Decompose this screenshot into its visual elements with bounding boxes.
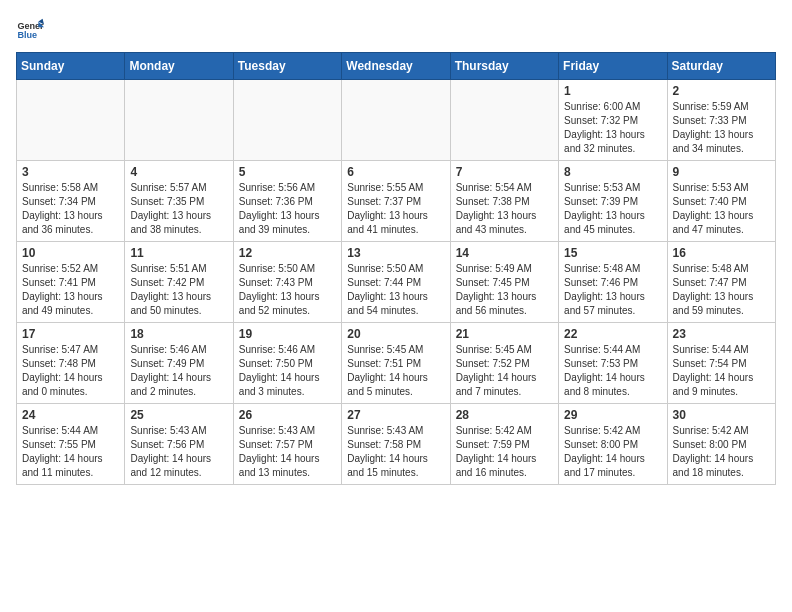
day-number: 27 (347, 408, 444, 422)
calendar-cell (450, 80, 558, 161)
calendar-cell: 29Sunrise: 5:42 AMSunset: 8:00 PMDayligh… (559, 404, 667, 485)
day-info: Sunrise: 5:50 AMSunset: 7:43 PMDaylight:… (239, 262, 336, 318)
calendar-cell: 2Sunrise: 5:59 AMSunset: 7:33 PMDaylight… (667, 80, 775, 161)
day-info: Sunrise: 5:53 AMSunset: 7:40 PMDaylight:… (673, 181, 770, 237)
logo: General Blue (16, 16, 48, 44)
calendar-cell: 14Sunrise: 5:49 AMSunset: 7:45 PMDayligh… (450, 242, 558, 323)
day-number: 14 (456, 246, 553, 260)
weekday-header-tuesday: Tuesday (233, 53, 341, 80)
calendar-cell: 20Sunrise: 5:45 AMSunset: 7:51 PMDayligh… (342, 323, 450, 404)
day-info: Sunrise: 5:52 AMSunset: 7:41 PMDaylight:… (22, 262, 119, 318)
day-number: 29 (564, 408, 661, 422)
day-number: 15 (564, 246, 661, 260)
day-info: Sunrise: 5:49 AMSunset: 7:45 PMDaylight:… (456, 262, 553, 318)
day-number: 9 (673, 165, 770, 179)
weekday-header-thursday: Thursday (450, 53, 558, 80)
calendar-cell: 11Sunrise: 5:51 AMSunset: 7:42 PMDayligh… (125, 242, 233, 323)
day-number: 25 (130, 408, 227, 422)
calendar-cell: 6Sunrise: 5:55 AMSunset: 7:37 PMDaylight… (342, 161, 450, 242)
day-number: 6 (347, 165, 444, 179)
day-number: 19 (239, 327, 336, 341)
day-info: Sunrise: 5:44 AMSunset: 7:55 PMDaylight:… (22, 424, 119, 480)
day-info: Sunrise: 6:00 AMSunset: 7:32 PMDaylight:… (564, 100, 661, 156)
calendar-cell (233, 80, 341, 161)
calendar-cell: 22Sunrise: 5:44 AMSunset: 7:53 PMDayligh… (559, 323, 667, 404)
calendar-week-4: 17Sunrise: 5:47 AMSunset: 7:48 PMDayligh… (17, 323, 776, 404)
logo-icon: General Blue (16, 16, 44, 44)
day-info: Sunrise: 5:42 AMSunset: 8:00 PMDaylight:… (673, 424, 770, 480)
day-info: Sunrise: 5:44 AMSunset: 7:53 PMDaylight:… (564, 343, 661, 399)
calendar-week-2: 3Sunrise: 5:58 AMSunset: 7:34 PMDaylight… (17, 161, 776, 242)
day-info: Sunrise: 5:53 AMSunset: 7:39 PMDaylight:… (564, 181, 661, 237)
calendar-cell: 12Sunrise: 5:50 AMSunset: 7:43 PMDayligh… (233, 242, 341, 323)
calendar-cell: 5Sunrise: 5:56 AMSunset: 7:36 PMDaylight… (233, 161, 341, 242)
calendar-cell (17, 80, 125, 161)
day-number: 16 (673, 246, 770, 260)
day-info: Sunrise: 5:57 AMSunset: 7:35 PMDaylight:… (130, 181, 227, 237)
calendar-cell: 3Sunrise: 5:58 AMSunset: 7:34 PMDaylight… (17, 161, 125, 242)
day-info: Sunrise: 5:59 AMSunset: 7:33 PMDaylight:… (673, 100, 770, 156)
calendar-cell: 15Sunrise: 5:48 AMSunset: 7:46 PMDayligh… (559, 242, 667, 323)
day-number: 18 (130, 327, 227, 341)
day-info: Sunrise: 5:45 AMSunset: 7:51 PMDaylight:… (347, 343, 444, 399)
day-info: Sunrise: 5:56 AMSunset: 7:36 PMDaylight:… (239, 181, 336, 237)
day-number: 24 (22, 408, 119, 422)
calendar-header-row: SundayMondayTuesdayWednesdayThursdayFrid… (17, 53, 776, 80)
day-info: Sunrise: 5:46 AMSunset: 7:49 PMDaylight:… (130, 343, 227, 399)
day-info: Sunrise: 5:51 AMSunset: 7:42 PMDaylight:… (130, 262, 227, 318)
svg-text:Blue: Blue (17, 30, 37, 40)
weekday-header-monday: Monday (125, 53, 233, 80)
weekday-header-saturday: Saturday (667, 53, 775, 80)
day-info: Sunrise: 5:48 AMSunset: 7:47 PMDaylight:… (673, 262, 770, 318)
calendar-cell (125, 80, 233, 161)
day-info: Sunrise: 5:42 AMSunset: 7:59 PMDaylight:… (456, 424, 553, 480)
day-info: Sunrise: 5:48 AMSunset: 7:46 PMDaylight:… (564, 262, 661, 318)
day-number: 30 (673, 408, 770, 422)
day-number: 10 (22, 246, 119, 260)
day-number: 2 (673, 84, 770, 98)
weekday-header-friday: Friday (559, 53, 667, 80)
day-number: 3 (22, 165, 119, 179)
calendar-cell (342, 80, 450, 161)
day-info: Sunrise: 5:47 AMSunset: 7:48 PMDaylight:… (22, 343, 119, 399)
day-number: 5 (239, 165, 336, 179)
day-info: Sunrise: 5:46 AMSunset: 7:50 PMDaylight:… (239, 343, 336, 399)
calendar-cell: 9Sunrise: 5:53 AMSunset: 7:40 PMDaylight… (667, 161, 775, 242)
day-number: 28 (456, 408, 553, 422)
weekday-header-sunday: Sunday (17, 53, 125, 80)
day-number: 21 (456, 327, 553, 341)
day-number: 17 (22, 327, 119, 341)
weekday-header-wednesday: Wednesday (342, 53, 450, 80)
calendar-cell: 27Sunrise: 5:43 AMSunset: 7:58 PMDayligh… (342, 404, 450, 485)
calendar-cell: 30Sunrise: 5:42 AMSunset: 8:00 PMDayligh… (667, 404, 775, 485)
day-number: 11 (130, 246, 227, 260)
day-number: 26 (239, 408, 336, 422)
day-number: 23 (673, 327, 770, 341)
day-number: 13 (347, 246, 444, 260)
day-info: Sunrise: 5:42 AMSunset: 8:00 PMDaylight:… (564, 424, 661, 480)
day-info: Sunrise: 5:54 AMSunset: 7:38 PMDaylight:… (456, 181, 553, 237)
calendar-cell: 26Sunrise: 5:43 AMSunset: 7:57 PMDayligh… (233, 404, 341, 485)
day-info: Sunrise: 5:44 AMSunset: 7:54 PMDaylight:… (673, 343, 770, 399)
calendar-cell: 7Sunrise: 5:54 AMSunset: 7:38 PMDaylight… (450, 161, 558, 242)
calendar-cell: 13Sunrise: 5:50 AMSunset: 7:44 PMDayligh… (342, 242, 450, 323)
calendar-cell: 1Sunrise: 6:00 AMSunset: 7:32 PMDaylight… (559, 80, 667, 161)
calendar-cell: 17Sunrise: 5:47 AMSunset: 7:48 PMDayligh… (17, 323, 125, 404)
calendar-cell: 23Sunrise: 5:44 AMSunset: 7:54 PMDayligh… (667, 323, 775, 404)
calendar-week-5: 24Sunrise: 5:44 AMSunset: 7:55 PMDayligh… (17, 404, 776, 485)
day-info: Sunrise: 5:43 AMSunset: 7:58 PMDaylight:… (347, 424, 444, 480)
day-info: Sunrise: 5:43 AMSunset: 7:57 PMDaylight:… (239, 424, 336, 480)
day-info: Sunrise: 5:50 AMSunset: 7:44 PMDaylight:… (347, 262, 444, 318)
day-info: Sunrise: 5:58 AMSunset: 7:34 PMDaylight:… (22, 181, 119, 237)
calendar-cell: 4Sunrise: 5:57 AMSunset: 7:35 PMDaylight… (125, 161, 233, 242)
page-header: General Blue (16, 16, 776, 44)
calendar-table: SundayMondayTuesdayWednesdayThursdayFrid… (16, 52, 776, 485)
calendar-cell: 10Sunrise: 5:52 AMSunset: 7:41 PMDayligh… (17, 242, 125, 323)
calendar-cell: 28Sunrise: 5:42 AMSunset: 7:59 PMDayligh… (450, 404, 558, 485)
day-number: 8 (564, 165, 661, 179)
calendar-cell: 16Sunrise: 5:48 AMSunset: 7:47 PMDayligh… (667, 242, 775, 323)
calendar-cell: 25Sunrise: 5:43 AMSunset: 7:56 PMDayligh… (125, 404, 233, 485)
day-number: 4 (130, 165, 227, 179)
calendar-cell: 24Sunrise: 5:44 AMSunset: 7:55 PMDayligh… (17, 404, 125, 485)
calendar-cell: 19Sunrise: 5:46 AMSunset: 7:50 PMDayligh… (233, 323, 341, 404)
